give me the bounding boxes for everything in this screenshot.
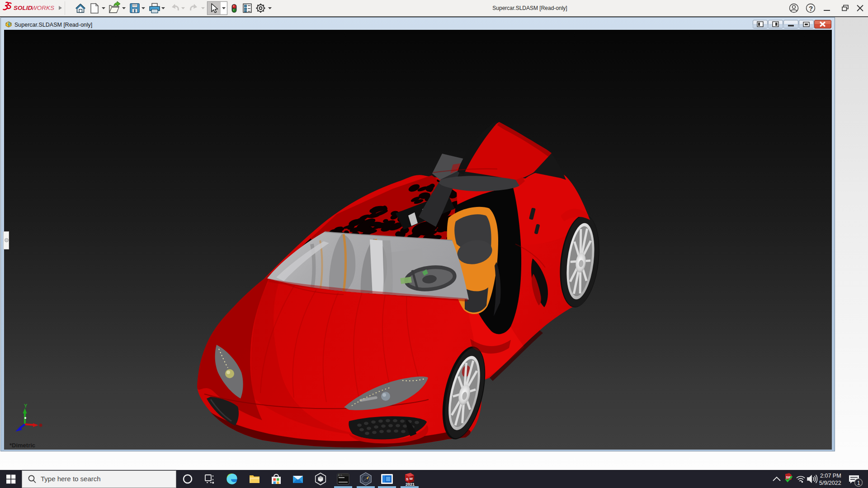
svg-text:WORKS: WORKS xyxy=(31,5,54,11)
svg-text:2021: 2021 xyxy=(406,482,415,487)
svg-text:W: W xyxy=(410,477,413,481)
svg-text:C:\: C:\ xyxy=(338,474,342,477)
svg-text:S: S xyxy=(406,477,409,481)
svg-text:2:07 PM: 2:07 PM xyxy=(820,473,841,479)
svg-text:SOLID: SOLID xyxy=(14,5,33,11)
svg-text:1: 1 xyxy=(857,480,860,486)
svg-text:?: ? xyxy=(809,5,813,12)
svg-text:Y: Y xyxy=(24,403,28,408)
svg-text:5/9/2022: 5/9/2022 xyxy=(819,480,841,486)
